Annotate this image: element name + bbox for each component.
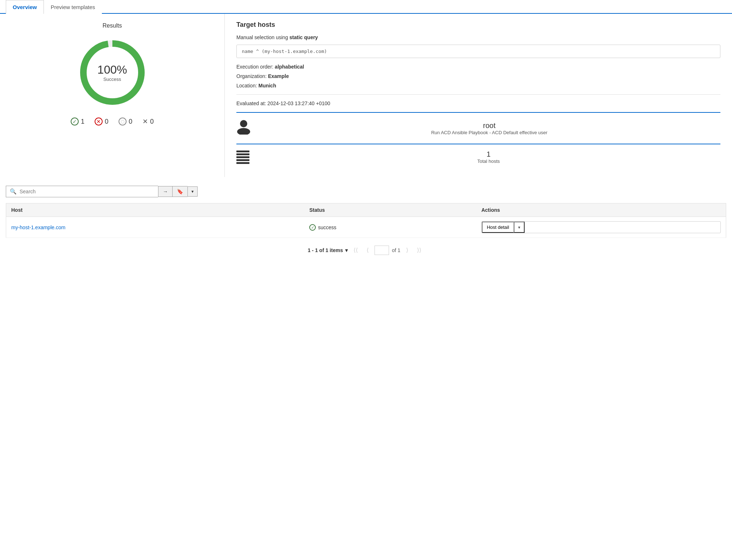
col-status: Status bbox=[304, 203, 476, 217]
search-bar: 🔍 → 🔖 ▾ bbox=[6, 186, 726, 197]
selection-bold: static query bbox=[289, 34, 318, 40]
col-host: Host bbox=[6, 203, 305, 217]
host-detail-dropdown-button[interactable]: ▾ bbox=[514, 222, 525, 233]
location-label: Location: bbox=[236, 83, 259, 88]
user-name: root bbox=[258, 122, 720, 130]
organization-value: Example bbox=[268, 73, 289, 79]
target-hosts-title: Target hosts bbox=[236, 21, 720, 29]
hosts-label: Total hosts bbox=[257, 158, 720, 164]
evaluated-at: Evaluated at: 2024-12-03 13:27:40 +0100 bbox=[236, 100, 720, 106]
prev-page-button[interactable]: ⟨ bbox=[364, 245, 372, 255]
user-avatar-icon bbox=[236, 119, 251, 138]
donut-label: Success bbox=[98, 77, 127, 82]
search-dropdown-button[interactable]: ▾ bbox=[187, 186, 198, 197]
execution-order: Execution order: alphabetical bbox=[236, 64, 720, 70]
status-success-icon: ✓ bbox=[309, 224, 316, 231]
search-submit-button[interactable]: → bbox=[158, 186, 172, 197]
page-range-dropdown[interactable]: ▾ bbox=[345, 247, 348, 253]
cancel-icon: ✕ bbox=[142, 118, 148, 125]
host-detail-main-button[interactable]: Host detail bbox=[482, 222, 514, 233]
right-panel: Target hosts Manual selection using stat… bbox=[225, 14, 732, 177]
pending-icon: ◌ bbox=[119, 118, 127, 125]
selection-label: Manual selection using bbox=[236, 34, 289, 40]
bottom-section: 🔍 → 🔖 ▾ Host Status Actions my-host-1.ex… bbox=[0, 177, 732, 262]
page-info: 1 - 1 of 1 items ▾ bbox=[308, 247, 348, 253]
svg-point-2 bbox=[240, 120, 247, 127]
organization-label: Organization: bbox=[236, 73, 268, 79]
donut-center: 100% Success bbox=[98, 63, 127, 82]
stat-pending: ◌ 0 bbox=[119, 118, 132, 125]
donut-chart-container: 100% Success bbox=[12, 36, 213, 109]
actions-cell: Host detail ▾ bbox=[476, 217, 726, 238]
stat-cancel: ✕ 0 bbox=[142, 118, 154, 125]
results-title: Results bbox=[12, 22, 213, 29]
user-info: root Run ACD Ansible Playbook - ACD Defa… bbox=[258, 122, 720, 135]
stat-cancel-value: 0 bbox=[150, 118, 154, 125]
last-page-button[interactable]: ⟩⟩ bbox=[414, 245, 424, 255]
page-of-label: of 1 bbox=[392, 247, 400, 253]
search-input-wrapper[interactable]: 🔍 bbox=[6, 186, 158, 197]
col-actions: Actions bbox=[476, 203, 726, 217]
user-section: root Run ACD Ansible Playbook - ACD Defa… bbox=[236, 112, 720, 144]
page-range: 1 - 1 of 1 items bbox=[308, 247, 343, 253]
error-icon: ✕ bbox=[95, 118, 103, 125]
tabs-bar: Overview Preview templates bbox=[0, 0, 732, 14]
host-cell: my-host-1.example.com bbox=[6, 217, 305, 238]
status-label: success bbox=[318, 225, 336, 230]
success-icon: ✓ bbox=[71, 118, 79, 125]
tab-preview-templates[interactable]: Preview templates bbox=[44, 0, 102, 14]
status-success: ✓ success bbox=[309, 224, 471, 231]
main-content: Results 100% Success ✓ 1 bbox=[0, 14, 732, 177]
organization: Organization: Example bbox=[236, 73, 720, 79]
hosts-section: 1 Total hosts bbox=[236, 144, 720, 170]
svg-point-3 bbox=[237, 128, 250, 135]
first-page-button[interactable]: ⟨⟨ bbox=[351, 245, 361, 255]
tab-overview[interactable]: Overview bbox=[6, 0, 44, 14]
donut-wrapper: 100% Success bbox=[76, 36, 149, 109]
execution-order-value: alphabetical bbox=[275, 64, 304, 70]
location: Location: Munich bbox=[236, 83, 720, 88]
stat-error: ✕ 0 bbox=[95, 118, 108, 125]
donut-percent: 100% bbox=[98, 63, 127, 77]
stats-row: ✓ 1 ✕ 0 ◌ 0 ✕ 0 bbox=[12, 118, 213, 125]
location-value: Munich bbox=[259, 83, 276, 88]
pagination: 1 - 1 of 1 items ▾ ⟨⟨ ⟨ 1 of 1 ⟩ ⟩⟩ bbox=[6, 238, 726, 262]
stat-error-value: 0 bbox=[105, 118, 108, 125]
table-row: my-host-1.example.com ✓ success Host det… bbox=[6, 217, 726, 238]
host-link[interactable]: my-host-1.example.com bbox=[11, 225, 65, 230]
selection-info: Manual selection using static query bbox=[236, 34, 720, 40]
page-dropdown-icon: ▾ bbox=[345, 247, 348, 253]
rack-icon bbox=[236, 151, 249, 164]
stat-success-value: 1 bbox=[81, 118, 84, 125]
left-panel: Results 100% Success ✓ 1 bbox=[0, 14, 225, 177]
hosts-table: Host Status Actions my-host-1.example.co… bbox=[6, 203, 726, 238]
section-divider-1 bbox=[236, 94, 720, 95]
hosts-count: 1 bbox=[257, 150, 720, 158]
search-icon: 🔍 bbox=[10, 188, 17, 195]
status-cell: ✓ success bbox=[304, 217, 476, 238]
search-input[interactable] bbox=[20, 189, 154, 194]
host-detail-button-group: Host detail ▾ bbox=[481, 221, 721, 233]
stat-pending-value: 0 bbox=[129, 118, 132, 125]
table-header-row: Host Status Actions bbox=[6, 203, 726, 217]
stat-success: ✓ 1 bbox=[71, 118, 84, 125]
page-number-input[interactable]: 1 bbox=[375, 246, 389, 255]
search-bookmark-button[interactable]: 🔖 bbox=[172, 186, 187, 197]
execution-order-label: Execution order: bbox=[236, 64, 275, 70]
query-box: name ^ (my-host-1.example.com) bbox=[236, 45, 720, 58]
user-description: Run ACD Ansible Playbook - ACD Default e… bbox=[258, 130, 720, 135]
next-page-button[interactable]: ⟩ bbox=[403, 245, 411, 255]
hosts-info: 1 Total hosts bbox=[257, 150, 720, 164]
